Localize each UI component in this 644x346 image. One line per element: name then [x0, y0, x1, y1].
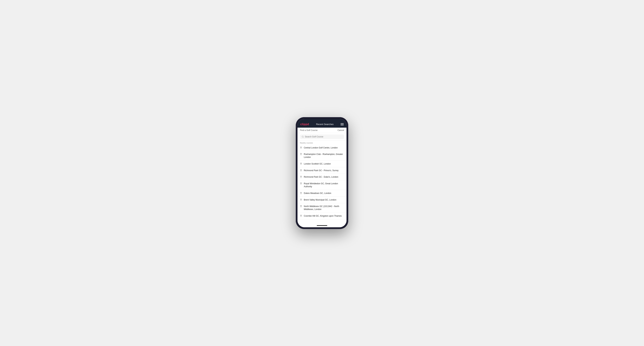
find-bar-label: Find a Golf Course — [300, 129, 318, 132]
list-item[interactable]: Richmond Park GC - Duke's, London — [298, 174, 346, 180]
svg-point-6 — [301, 176, 302, 177]
svg-point-11 — [301, 215, 302, 216]
home-bar — [317, 225, 327, 226]
list-item[interactable]: Brent Valley Municipal GC, London — [298, 197, 346, 203]
list-item[interactable]: London Scottish GC, London — [298, 161, 346, 167]
status-bar — [298, 119, 346, 121]
find-bar: Find a Golf Course Cancel — [298, 128, 346, 133]
app-logo: clippd — [300, 123, 309, 126]
list-item[interactable]: Roehampton Club - Roehampton, Greater Lo… — [298, 151, 346, 161]
svg-point-8 — [301, 192, 302, 193]
home-indicator — [298, 224, 346, 227]
app-header: clippd Recent Searches — [298, 121, 346, 128]
list-item[interactable]: North Middlesex GC (1011942 - North Midd… — [298, 203, 346, 213]
list-item[interactable]: Coombe Hill GC, Kingston upon Thames — [298, 213, 346, 219]
svg-point-7 — [301, 183, 302, 184]
svg-line-1 — [303, 137, 304, 137]
location-pin-icon — [300, 215, 302, 217]
search-input[interactable] — [305, 136, 342, 138]
location-pin-icon — [300, 199, 302, 201]
course-name: Richmond Park GC - Duke's, London — [304, 175, 338, 178]
search-container — [298, 133, 346, 141]
search-icon — [302, 136, 304, 138]
location-pin-icon — [300, 192, 302, 194]
svg-point-2 — [301, 147, 302, 148]
course-name: Roehampton Club - Roehampton, Greater Lo… — [304, 153, 344, 159]
cancel-button[interactable]: Cancel — [338, 129, 344, 132]
list-item[interactable]: Central London Golf Centre, London — [298, 145, 346, 151]
list-item[interactable]: Royal Wimbledon GC, Great London Authori… — [298, 180, 346, 190]
nearby-header: Nearby courses — [298, 141, 346, 145]
location-pin-icon — [300, 169, 302, 172]
phone-frame: clippd Recent Searches Find a Golf Cours… — [296, 117, 348, 229]
course-name: North Middlesex GC (1011942 - North Midd… — [304, 205, 344, 211]
search-box — [300, 135, 344, 139]
course-name: London Scottish GC, London — [304, 163, 331, 166]
list-item[interactable]: Richmond Park GC - Prince's, Surrey — [298, 167, 346, 174]
svg-point-5 — [301, 170, 302, 171]
location-pin-icon — [300, 182, 302, 185]
svg-point-4 — [301, 163, 302, 164]
location-pin-icon — [300, 147, 302, 149]
svg-point-3 — [301, 154, 302, 154]
svg-point-9 — [301, 199, 302, 200]
course-name: Richmond Park GC - Prince's, Surrey — [304, 169, 338, 172]
course-name: Royal Wimbledon GC, Great London Authori… — [304, 182, 344, 188]
course-name: Coombe Hill GC, Kingston upon Thames — [304, 214, 342, 217]
list-item[interactable]: Dukes Meadows GC, London — [298, 190, 346, 197]
location-pin-icon — [300, 163, 302, 165]
location-pin-icon — [300, 153, 302, 156]
course-name: Dukes Meadows GC, London — [304, 192, 331, 195]
location-pin-icon — [300, 176, 302, 178]
phone-screen: clippd Recent Searches Find a Golf Cours… — [298, 119, 346, 227]
svg-point-10 — [301, 206, 302, 206]
location-pin-icon — [300, 205, 302, 207]
course-name: Brent Valley Municipal GC, London — [304, 198, 336, 201]
header-title: Recent Searches — [316, 123, 334, 126]
course-name: Central London Golf Centre, London — [304, 146, 338, 149]
menu-icon[interactable] — [340, 123, 344, 125]
nearby-section: Nearby courses Central London Golf Centr… — [298, 141, 346, 224]
